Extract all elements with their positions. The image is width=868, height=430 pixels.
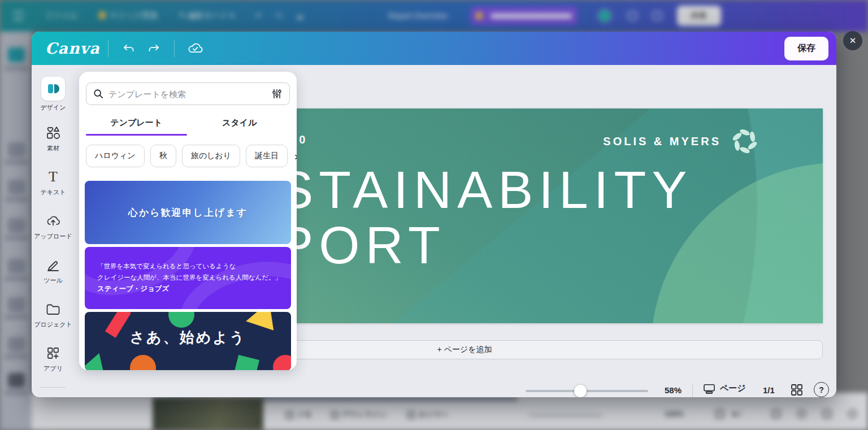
canva-logo: Canva (45, 40, 100, 57)
undo-button[interactable] (116, 36, 141, 61)
divider (692, 384, 693, 397)
apps-icon (46, 346, 60, 360)
undo-icon (122, 42, 136, 55)
search-input[interactable] (108, 89, 266, 99)
chips-scroll-right-icon[interactable]: › (293, 150, 297, 163)
templates-panel: テンプレート スタイル ハロウィン 秋 旅のしおり 誕生日 › 心から歓迎申し上… (79, 72, 297, 370)
zoom-slider-thumb[interactable] (574, 385, 587, 397)
pages-icon (703, 384, 715, 394)
search-icon (93, 89, 103, 99)
template-thumb-start[interactable]: さあ、始めよう (85, 312, 291, 370)
tab-templates[interactable]: テンプレート (85, 112, 188, 134)
save-button[interactable]: 保存 (784, 37, 828, 60)
template-thumb-welcome[interactable]: 心から歓迎申し上げます (85, 181, 291, 244)
category-chips: ハロウィン 秋 旅のしおり 誕生日 › (86, 144, 297, 168)
page-brand[interactable]: SOLIS & MYERS (603, 127, 760, 156)
upload-cloud-icon (46, 214, 60, 228)
chip-autumn[interactable]: 秋 (150, 145, 176, 167)
sidebar-item-design[interactable]: デザイン (33, 74, 73, 115)
canva-editor-modal: Canva 保存 デザイン (32, 32, 836, 397)
cloud-check-icon (187, 42, 203, 55)
editor-statusbar: 58% ページ 1/1 ? (32, 375, 836, 397)
folder-icon (46, 302, 60, 316)
pages-button[interactable]: ページ (703, 383, 746, 394)
grid-icon (790, 383, 804, 397)
sidebar-item-projects[interactable]: プロジェクト (33, 294, 73, 335)
editor-sidebar: デザイン 素材 T テキスト アップロード ツール (32, 65, 75, 397)
sidebar-item-text[interactable]: T テキスト (33, 162, 73, 203)
sidebar-item-tools[interactable]: ツール (33, 250, 73, 291)
zoom-percentage[interactable]: 58% (659, 385, 687, 395)
design-icon (47, 82, 59, 95)
sidebar-item-elements[interactable]: 素材 (33, 118, 73, 159)
chip-travel[interactable]: 旅のしおり (182, 145, 240, 167)
elements-icon (46, 125, 60, 140)
zoom-slider-track[interactable] (526, 390, 648, 392)
page-indicator: 1/1 (763, 385, 775, 395)
chip-halloween[interactable]: ハロウィン (86, 145, 145, 167)
close-modal-button[interactable]: ✕ (843, 31, 862, 50)
redo-button[interactable] (141, 36, 166, 61)
sidebar-item-apps[interactable]: アプリ (33, 338, 73, 379)
text-icon: T (45, 168, 62, 185)
divider (174, 40, 175, 57)
template-search[interactable] (86, 82, 290, 105)
chip-birthday[interactable]: 誕生日 (246, 145, 288, 167)
swirl-logo-icon (730, 127, 760, 156)
sidebar-item-uploads[interactable]: アップロード (33, 206, 73, 247)
template-thumb-quote[interactable]: 「世界を本気で変えられると思っているような クレイジーな人間が、本当に世界を変え… (85, 247, 291, 309)
cloud-save-status (183, 36, 207, 61)
pen-icon (46, 258, 60, 272)
panel-tabs: テンプレート スタイル (85, 112, 291, 134)
divider (108, 40, 108, 57)
redo-icon (147, 42, 160, 55)
filter-icon[interactable] (271, 88, 283, 99)
tab-styles[interactable]: スタイル (188, 112, 292, 134)
grid-view-button[interactable] (790, 383, 804, 397)
editor-header: Canva 保存 (32, 32, 836, 65)
help-button[interactable]: ? (814, 382, 829, 397)
page-brand-text: SOLIS & MYERS (603, 135, 721, 148)
